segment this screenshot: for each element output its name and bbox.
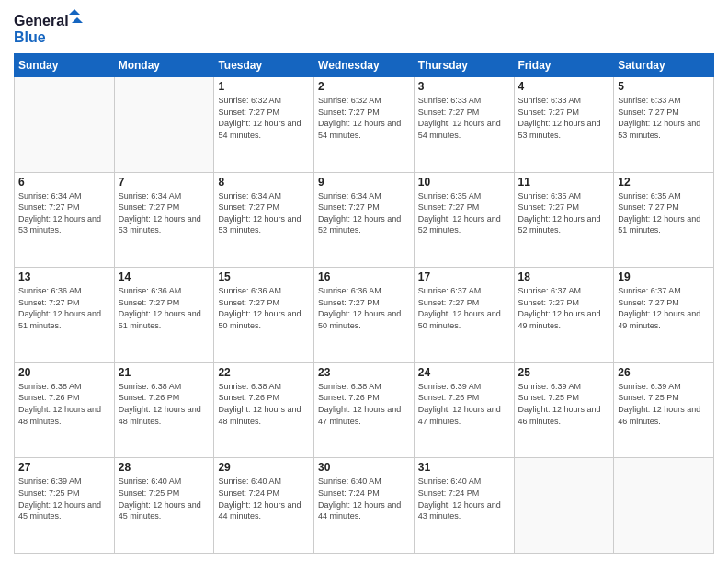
weekday-header-row: Sunday Monday Tuesday Wednesday Thursday…	[15, 54, 714, 77]
calendar-table: Sunday Monday Tuesday Wednesday Thursday…	[14, 53, 714, 554]
day-info: Sunrise: 6:37 AM Sunset: 7:27 PM Dayligh…	[518, 285, 610, 331]
day-number: 6	[18, 176, 110, 189]
day-info: Sunrise: 6:40 AM Sunset: 7:24 PM Dayligh…	[318, 476, 410, 522]
day-number: 10	[418, 176, 510, 189]
calendar-week-row: 27Sunrise: 6:39 AM Sunset: 7:25 PM Dayli…	[15, 458, 714, 554]
calendar-week-row: 20Sunrise: 6:38 AM Sunset: 7:26 PM Dayli…	[15, 362, 714, 458]
header-monday: Monday	[114, 54, 214, 77]
day-number: 18	[518, 270, 610, 283]
svg-text:Blue: Blue	[14, 29, 46, 45]
day-info: Sunrise: 6:36 AM Sunset: 7:27 PM Dayligh…	[318, 285, 410, 331]
day-info: Sunrise: 6:39 AM Sunset: 7:26 PM Dayligh…	[418, 381, 510, 427]
day-info: Sunrise: 6:34 AM Sunset: 7:27 PM Dayligh…	[18, 190, 110, 236]
header-friday: Friday	[514, 54, 614, 77]
table-row: 11Sunrise: 6:35 AM Sunset: 7:27 PM Dayli…	[514, 172, 614, 268]
day-info: Sunrise: 6:32 AM Sunset: 7:27 PM Dayligh…	[318, 95, 410, 141]
day-number: 25	[518, 366, 610, 379]
day-number: 5	[618, 80, 710, 93]
day-number: 7	[119, 176, 210, 189]
header-tuesday: Tuesday	[214, 54, 314, 77]
table-row: 20Sunrise: 6:38 AM Sunset: 7:26 PM Dayli…	[15, 362, 115, 458]
table-row: 18Sunrise: 6:37 AM Sunset: 7:27 PM Dayli…	[514, 268, 614, 363]
day-number: 30	[318, 461, 410, 474]
table-row: 25Sunrise: 6:39 AM Sunset: 7:25 PM Dayli…	[514, 362, 614, 458]
day-number: 15	[218, 270, 310, 283]
table-row: 21Sunrise: 6:38 AM Sunset: 7:26 PM Dayli…	[114, 362, 214, 458]
day-info: Sunrise: 6:34 AM Sunset: 7:27 PM Dayligh…	[318, 190, 410, 236]
logo-svg: GeneralBlue	[14, 9, 87, 46]
table-row: 13Sunrise: 6:36 AM Sunset: 7:27 PM Dayli…	[15, 268, 115, 363]
table-row: 23Sunrise: 6:38 AM Sunset: 7:26 PM Dayli…	[314, 362, 415, 458]
day-info: Sunrise: 6:36 AM Sunset: 7:27 PM Dayligh…	[119, 285, 210, 331]
day-number: 14	[119, 270, 210, 283]
day-number: 16	[318, 270, 410, 283]
day-info: Sunrise: 6:37 AM Sunset: 7:27 PM Dayligh…	[618, 285, 710, 331]
day-info: Sunrise: 6:36 AM Sunset: 7:27 PM Dayligh…	[218, 285, 310, 331]
day-info: Sunrise: 6:39 AM Sunset: 7:25 PM Dayligh…	[618, 381, 710, 427]
table-row	[614, 458, 714, 554]
header-saturday: Saturday	[614, 54, 714, 77]
table-row: 22Sunrise: 6:38 AM Sunset: 7:26 PM Dayli…	[214, 362, 314, 458]
header-thursday: Thursday	[414, 54, 514, 77]
day-info: Sunrise: 6:38 AM Sunset: 7:26 PM Dayligh…	[18, 381, 110, 427]
day-info: Sunrise: 6:33 AM Sunset: 7:27 PM Dayligh…	[518, 95, 610, 141]
day-number: 31	[418, 461, 510, 474]
logo: GeneralBlue	[14, 9, 87, 46]
calendar-page: GeneralBlue Sunday Monday Tuesday Wednes…	[0, 0, 728, 563]
svg-marker-2	[69, 9, 80, 15]
day-info: Sunrise: 6:39 AM Sunset: 7:25 PM Dayligh…	[518, 381, 610, 427]
day-number: 27	[18, 461, 110, 474]
day-number: 28	[119, 461, 210, 474]
table-row: 31Sunrise: 6:40 AM Sunset: 7:24 PM Dayli…	[414, 458, 514, 554]
table-row: 8Sunrise: 6:34 AM Sunset: 7:27 PM Daylig…	[214, 172, 314, 268]
svg-marker-3	[72, 17, 83, 23]
day-number: 3	[418, 80, 510, 93]
table-row: 27Sunrise: 6:39 AM Sunset: 7:25 PM Dayli…	[15, 458, 115, 554]
table-row: 12Sunrise: 6:35 AM Sunset: 7:27 PM Dayli…	[614, 172, 714, 268]
header-sunday: Sunday	[15, 54, 115, 77]
table-row: 1Sunrise: 6:32 AM Sunset: 7:27 PM Daylig…	[214, 77, 314, 173]
day-number: 23	[318, 366, 410, 379]
table-row	[514, 458, 614, 554]
day-number: 8	[218, 176, 310, 189]
day-info: Sunrise: 6:39 AM Sunset: 7:25 PM Dayligh…	[18, 476, 110, 522]
day-info: Sunrise: 6:38 AM Sunset: 7:26 PM Dayligh…	[218, 381, 310, 427]
table-row: 4Sunrise: 6:33 AM Sunset: 7:27 PM Daylig…	[514, 77, 614, 173]
day-info: Sunrise: 6:35 AM Sunset: 7:27 PM Dayligh…	[518, 190, 610, 236]
day-number: 4	[518, 80, 610, 93]
day-number: 26	[618, 366, 710, 379]
day-info: Sunrise: 6:40 AM Sunset: 7:24 PM Dayligh…	[418, 476, 510, 522]
day-number: 11	[518, 176, 610, 189]
table-row	[114, 77, 214, 173]
day-info: Sunrise: 6:40 AM Sunset: 7:24 PM Dayligh…	[218, 476, 310, 522]
table-row: 2Sunrise: 6:32 AM Sunset: 7:27 PM Daylig…	[314, 77, 415, 173]
day-number: 12	[618, 176, 710, 189]
table-row: 29Sunrise: 6:40 AM Sunset: 7:24 PM Dayli…	[214, 458, 314, 554]
svg-text:General: General	[14, 13, 69, 29]
day-number: 22	[218, 366, 310, 379]
table-row: 19Sunrise: 6:37 AM Sunset: 7:27 PM Dayli…	[614, 268, 714, 363]
day-number: 1	[218, 80, 310, 93]
day-number: 9	[318, 176, 410, 189]
table-row: 26Sunrise: 6:39 AM Sunset: 7:25 PM Dayli…	[614, 362, 714, 458]
day-info: Sunrise: 6:38 AM Sunset: 7:26 PM Dayligh…	[318, 381, 410, 427]
table-row: 7Sunrise: 6:34 AM Sunset: 7:27 PM Daylig…	[114, 172, 214, 268]
table-row: 16Sunrise: 6:36 AM Sunset: 7:27 PM Dayli…	[314, 268, 415, 363]
table-row: 28Sunrise: 6:40 AM Sunset: 7:25 PM Dayli…	[114, 458, 214, 554]
day-number: 17	[418, 270, 510, 283]
table-row: 10Sunrise: 6:35 AM Sunset: 7:27 PM Dayli…	[414, 172, 514, 268]
table-row: 6Sunrise: 6:34 AM Sunset: 7:27 PM Daylig…	[15, 172, 115, 268]
day-info: Sunrise: 6:34 AM Sunset: 7:27 PM Dayligh…	[119, 190, 210, 236]
day-number: 20	[18, 366, 110, 379]
day-number: 29	[218, 461, 310, 474]
table-row: 17Sunrise: 6:37 AM Sunset: 7:27 PM Dayli…	[414, 268, 514, 363]
calendar-week-row: 6Sunrise: 6:34 AM Sunset: 7:27 PM Daylig…	[15, 172, 714, 268]
table-row: 30Sunrise: 6:40 AM Sunset: 7:24 PM Dayli…	[314, 458, 415, 554]
day-number: 2	[318, 80, 410, 93]
day-info: Sunrise: 6:32 AM Sunset: 7:27 PM Dayligh…	[218, 95, 310, 141]
calendar-week-row: 13Sunrise: 6:36 AM Sunset: 7:27 PM Dayli…	[15, 268, 714, 363]
page-header: GeneralBlue	[14, 9, 714, 46]
day-info: Sunrise: 6:35 AM Sunset: 7:27 PM Dayligh…	[618, 190, 710, 236]
day-info: Sunrise: 6:34 AM Sunset: 7:27 PM Dayligh…	[218, 190, 310, 236]
day-info: Sunrise: 6:36 AM Sunset: 7:27 PM Dayligh…	[18, 285, 110, 331]
